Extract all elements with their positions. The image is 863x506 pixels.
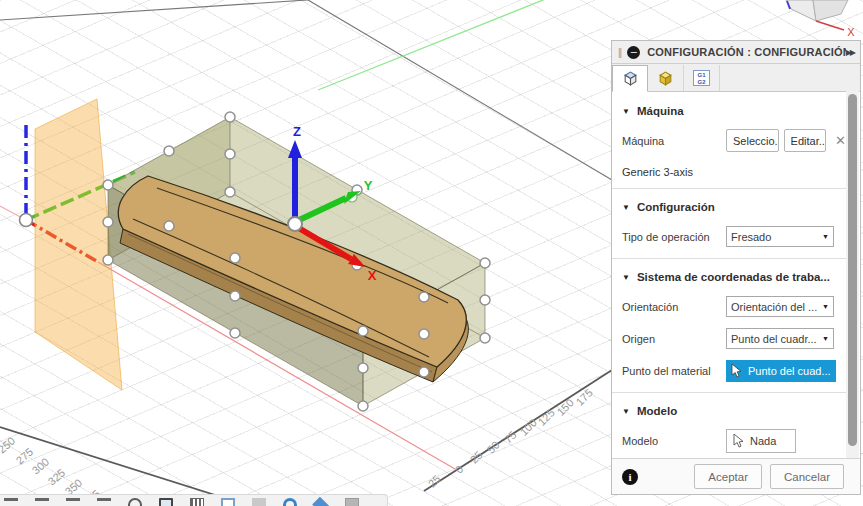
- collapse-arrow-icon: ▼: [622, 407, 630, 416]
- collapse-arrow-icon: ▼: [622, 273, 630, 282]
- machine-edit-button[interactable]: Editar...: [784, 129, 827, 152]
- zoom-icon[interactable]: [97, 498, 111, 506]
- cursor-icon: [731, 364, 743, 378]
- dropdown-caret-icon: ▼: [819, 233, 829, 240]
- section-wcs-title[interactable]: ▼ Sistema de coordenadas de traba...: [622, 271, 846, 283]
- display-settings-icon[interactable]: [159, 498, 173, 506]
- orientation-dropdown[interactable]: Orientación del ... ▼: [726, 296, 834, 317]
- view-cube-left-face[interactable]: [786, 0, 816, 21]
- section-setup-title[interactable]: ▼ Configuración: [622, 201, 846, 213]
- machine-name: Generic 3-axis: [622, 166, 846, 178]
- pan-icon[interactable]: [35, 498, 49, 506]
- stock-point-handle[interactable]: [358, 363, 368, 373]
- dropdown-caret-icon: ▼: [819, 303, 829, 310]
- stock-point-handle[interactable]: [419, 329, 429, 339]
- model-select-button[interactable]: Nada: [726, 429, 796, 453]
- fit-icon[interactable]: [252, 498, 266, 506]
- tab-setup[interactable]: [612, 65, 648, 92]
- stock-point-label: Punto del material: [622, 365, 726, 377]
- fusion-cam-workspace: 250 275 300 325 350 375 25 0 25 50 75 10…: [0, 0, 863, 506]
- stock-point-handle[interactable]: [230, 253, 240, 263]
- view-cube-right-face[interactable]: [813, 0, 848, 21]
- accept-button[interactable]: Aceptar: [694, 464, 762, 489]
- viewports-icon[interactable]: [221, 498, 235, 506]
- origin-dropdown[interactable]: Punto del cuadr... ▼: [726, 328, 834, 349]
- z-axis-label: Z: [293, 124, 301, 139]
- stock-point-handle[interactable]: [480, 333, 490, 343]
- section-setup: ▼ Configuración Tipo de operación Fresad…: [612, 189, 846, 248]
- tab-post-process[interactable]: G1 G2: [684, 65, 720, 91]
- stock-point-handle[interactable]: [164, 221, 174, 231]
- wcs-z-arrowhead[interactable]: [288, 140, 302, 158]
- panel-scrollbar[interactable]: [846, 91, 859, 463]
- stock-point-handle[interactable]: [225, 149, 235, 159]
- look-at-icon[interactable]: [128, 498, 142, 506]
- orientation-label: Orientación: [622, 301, 726, 313]
- more-icon[interactable]: [345, 498, 359, 506]
- machine-label: Máquina: [622, 135, 726, 147]
- dialog-header[interactable]: || – CONFIGURACIÓN : CONFIGURACIÓN2 ▶▶: [612, 41, 860, 64]
- section-machine-title[interactable]: ▼ Máquina: [622, 105, 846, 117]
- setup-cube-icon: [622, 70, 639, 87]
- orbit-icon[interactable]: [66, 498, 80, 506]
- navigation-icon[interactable]: [283, 498, 297, 506]
- stock-point-handle[interactable]: [103, 255, 113, 265]
- dialog-tabs: G1 G2: [612, 64, 860, 92]
- dialog-title: CONFIGURACIÓN : CONFIGURACIÓN2: [647, 46, 845, 58]
- panel-scrollbar-thumb[interactable]: [848, 94, 857, 446]
- model-origin-handle[interactable]: [20, 214, 33, 227]
- stock-point-handle[interactable]: [480, 295, 490, 305]
- svg-text:50: 50: [485, 439, 502, 456]
- svg-text:300: 300: [30, 455, 52, 476]
- grid-and-snaps-icon[interactable]: [190, 498, 204, 506]
- viewport-navbar: [0, 494, 388, 506]
- svg-text:275: 275: [14, 445, 36, 466]
- svg-text:25: 25: [426, 473, 443, 490]
- marking-menu-icon[interactable]: [312, 497, 330, 506]
- machine-clear-icon[interactable]: ✕: [835, 133, 846, 148]
- stock-point-handle[interactable]: [164, 146, 174, 156]
- svg-text:175: 175: [573, 386, 594, 407]
- operation-type-dropdown[interactable]: Fresado ▼: [726, 226, 834, 247]
- stock-point-handle[interactable]: [419, 367, 429, 377]
- stock-point-handle[interactable]: [225, 187, 235, 197]
- x-axis-label: X: [368, 268, 377, 283]
- cancel-button[interactable]: Cancelar: [770, 464, 844, 489]
- view-cube-x-edge: [816, 21, 844, 30]
- dialog-body: ▼ Máquina Máquina Seleccio... Editar... …: [612, 93, 846, 458]
- section-wcs: ▼ Sistema de coordenadas de traba... Ori…: [612, 259, 846, 382]
- machine-select-button[interactable]: Seleccio...: [726, 129, 779, 152]
- select-icon[interactable]: [4, 498, 18, 506]
- info-icon[interactable]: i: [622, 469, 638, 485]
- stock-point-handle[interactable]: [103, 180, 113, 190]
- stock-point-handle[interactable]: [103, 217, 113, 227]
- wcs-origin-handle[interactable]: [288, 217, 302, 231]
- dock-right-icon[interactable]: ▶▶: [846, 48, 854, 57]
- stock-point-handle[interactable]: [358, 326, 368, 336]
- collapse-arrow-icon: ▼: [622, 203, 630, 212]
- collapse-arrow-icon: ▼: [622, 107, 630, 116]
- dropdown-caret-icon: ▼: [819, 335, 829, 342]
- operation-type-label: Tipo de operación: [622, 231, 726, 243]
- post-process-icon: G1 G2: [693, 70, 710, 86]
- stock-point-handle[interactable]: [230, 328, 240, 338]
- view-cube[interactable]: X: [786, 0, 855, 38]
- dialog-footer: i Aceptar Cancelar: [612, 458, 860, 494]
- section-machine: ▼ Máquina Máquina Seleccio... Editar... …: [612, 93, 846, 178]
- tab-stock[interactable]: [648, 65, 684, 91]
- stock-point-handle[interactable]: [358, 401, 368, 411]
- stock-point-handle[interactable]: [230, 291, 240, 301]
- svg-text:25: 25: [468, 449, 485, 466]
- section-model: ▼ Modelo Modelo Nada: [612, 393, 846, 453]
- stock-point-handle[interactable]: [419, 292, 429, 302]
- stock-point-selection[interactable]: Punto del cuad...: [726, 360, 836, 382]
- drag-grip-icon[interactable]: ||: [618, 47, 621, 58]
- collapse-dialog-icon[interactable]: –: [627, 46, 640, 59]
- cursor-icon: [733, 434, 745, 448]
- section-model-title[interactable]: ▼ Modelo: [622, 405, 846, 417]
- stock-point-handle[interactable]: [225, 112, 235, 122]
- view-cube-x-label: X: [847, 26, 855, 38]
- stock-point-handle[interactable]: [480, 258, 490, 268]
- model-label: Modelo: [622, 435, 726, 447]
- configuracion-dialog: || – CONFIGURACIÓN : CONFIGURACIÓN2 ▶▶: [611, 40, 861, 495]
